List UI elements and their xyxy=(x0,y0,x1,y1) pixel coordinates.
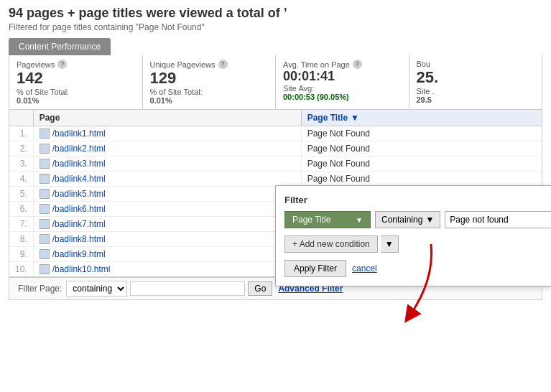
bounce-sub-value: 29.5 xyxy=(417,95,432,104)
row-page: /badlink10.html xyxy=(33,262,301,277)
filter-value-field[interactable] xyxy=(445,211,551,228)
row-number: 10. xyxy=(9,262,33,277)
unique-sub-label: % of Site Total: xyxy=(150,88,203,96)
table-row: 4. /badlink4.html Page Not Found xyxy=(9,172,542,187)
page-link[interactable]: /badlink7.html xyxy=(40,219,295,229)
filter-actions: Apply Filter cancel xyxy=(284,260,542,277)
table-row: 1. /badlink1.html Page Not Found xyxy=(9,126,542,141)
page-url: /badlink6.html xyxy=(52,204,106,214)
table-row: 2. /badlink2.html Page Not Found xyxy=(9,141,542,157)
filter-condition-select[interactable]: containing xyxy=(66,281,127,297)
filter-condition-row: Page Title ▼ Containing ▼ xyxy=(284,211,542,228)
row-number: 5. xyxy=(9,187,33,202)
filter-go-button[interactable]: Go xyxy=(248,281,272,296)
filter-subtitle: Filtered for page titles containing "Pag… xyxy=(9,22,542,32)
filter-popup-title: Filter xyxy=(284,195,542,205)
cancel-filter-link[interactable]: cancel xyxy=(352,263,377,274)
bounce-sub-label: Site . xyxy=(417,87,435,95)
row-page: /badlink8.html xyxy=(33,232,301,247)
avg-time-label: Avg. Time on Page xyxy=(283,60,350,69)
page-file-icon xyxy=(40,264,50,274)
row-number: 3. xyxy=(9,157,33,172)
header-section: 94 pages + page titles were viewed a tot… xyxy=(0,0,551,35)
row-title: Page Not Found xyxy=(301,157,542,172)
row-page: /badlink9.html xyxy=(33,247,301,262)
metric-unique-pageviews: Unique Pageviews ? 129 % of Site Total: … xyxy=(143,55,277,109)
page-url: /badlink4.html xyxy=(52,174,106,184)
page-file-icon xyxy=(40,129,50,139)
page-link[interactable]: /badlink1.html xyxy=(40,129,295,139)
page-file-icon xyxy=(40,204,50,214)
page-link[interactable]: /badlink8.html xyxy=(40,234,295,244)
col-page: Page xyxy=(33,110,301,126)
metric-pageviews: Pageviews ? 142 % of Site Total: 0.01% xyxy=(9,55,143,109)
page-link[interactable]: /badlink5.html xyxy=(40,189,295,199)
add-condition-split-button[interactable]: ▼ xyxy=(381,235,399,253)
page-url: /badlink3.html xyxy=(52,159,106,169)
apply-filter-button[interactable]: Apply Filter xyxy=(284,260,346,277)
avg-time-sub-value: 00:00:53 (90.05%) xyxy=(283,93,349,101)
pageviews-sub-value: 0.01% xyxy=(17,96,39,105)
page-file-icon xyxy=(40,234,50,244)
table-row: 3. /badlink3.html Page Not Found xyxy=(9,157,542,172)
page-link[interactable]: /badlink6.html xyxy=(40,204,295,214)
col-page-title[interactable]: Page Title ▼ xyxy=(301,110,542,126)
filter-field-button[interactable]: Page Title ▼ xyxy=(284,211,371,228)
row-page: /badlink3.html xyxy=(33,157,301,172)
avg-time-help-icon[interactable]: ? xyxy=(353,60,362,69)
page-url: /badlink8.html xyxy=(52,234,106,244)
filter-value-input[interactable] xyxy=(130,281,245,296)
page-file-icon xyxy=(40,249,50,259)
pageviews-value: 142 xyxy=(17,69,135,88)
row-number: 9. xyxy=(9,247,33,262)
row-number: 8. xyxy=(9,232,33,247)
page-file-icon xyxy=(40,219,50,229)
row-number: 7. xyxy=(9,217,33,232)
filter-page-label: Filter Page: xyxy=(18,284,62,294)
metric-pageviews-label: Pageviews xyxy=(17,60,55,69)
row-title: Page Not Found xyxy=(301,141,542,157)
page-link[interactable]: /badlink2.html xyxy=(40,144,295,154)
page-file-icon xyxy=(40,159,50,169)
filter-field-arrow-icon: ▼ xyxy=(356,216,363,224)
page-link[interactable]: /badlink9.html xyxy=(40,249,295,259)
page-url: /badlink10.html xyxy=(52,264,111,274)
filter-containing-button[interactable]: Containing ▼ xyxy=(375,211,440,228)
bounce-label: Bou xyxy=(417,60,431,68)
row-number: 6. xyxy=(9,202,33,217)
col-num xyxy=(9,110,33,126)
avg-time-sub-label: Site Avg: xyxy=(283,84,314,93)
page-url: /badlink9.html xyxy=(52,249,106,259)
row-page: /badlink4.html xyxy=(33,172,301,187)
page-link[interactable]: /badlink10.html xyxy=(40,264,295,274)
filter-popup: Filter Page Title ▼ Containing ▼ + Add n… xyxy=(275,185,551,286)
page-file-icon xyxy=(40,189,50,199)
filter-condition-text: Containing xyxy=(381,215,422,225)
unique-pageviews-label: Unique Pageviews xyxy=(150,60,216,69)
metric-bounce: Bou 25. Site . 29.5 xyxy=(409,55,542,109)
row-title: Page Not Found xyxy=(301,172,542,187)
row-number: 1. xyxy=(9,126,33,141)
unique-pageviews-value: 129 xyxy=(150,69,269,88)
page-url: /badlink5.html xyxy=(52,189,106,199)
unique-sub-value: 0.01% xyxy=(150,96,172,105)
row-page: /badlink7.html xyxy=(33,217,301,232)
page-file-icon xyxy=(40,144,50,154)
pageviews-sub-label: % of Site Total: xyxy=(17,88,69,96)
page-file-icon xyxy=(40,174,50,184)
row-page: /badlink5.html xyxy=(33,187,301,202)
add-condition-row: + Add new condition ▼ xyxy=(284,235,542,253)
col-page-title-text: Page Title xyxy=(307,113,348,123)
add-condition-button[interactable]: + Add new condition xyxy=(284,235,378,253)
page-url: /badlink1.html xyxy=(52,129,106,139)
filter-condition-arrow-icon: ▼ xyxy=(425,215,434,225)
tab-content-performance[interactable]: Content Performance xyxy=(9,38,111,55)
page-link[interactable]: /badlink3.html xyxy=(40,159,295,169)
pageviews-help-icon[interactable]: ? xyxy=(57,60,67,69)
unique-pageviews-help-icon[interactable]: ? xyxy=(218,60,228,69)
row-title: Page Not Found xyxy=(301,126,542,141)
bounce-value: 25. xyxy=(417,68,535,87)
row-number: 2. xyxy=(9,141,33,157)
row-page: /badlink1.html xyxy=(33,126,301,141)
page-link[interactable]: /badlink4.html xyxy=(40,174,295,184)
